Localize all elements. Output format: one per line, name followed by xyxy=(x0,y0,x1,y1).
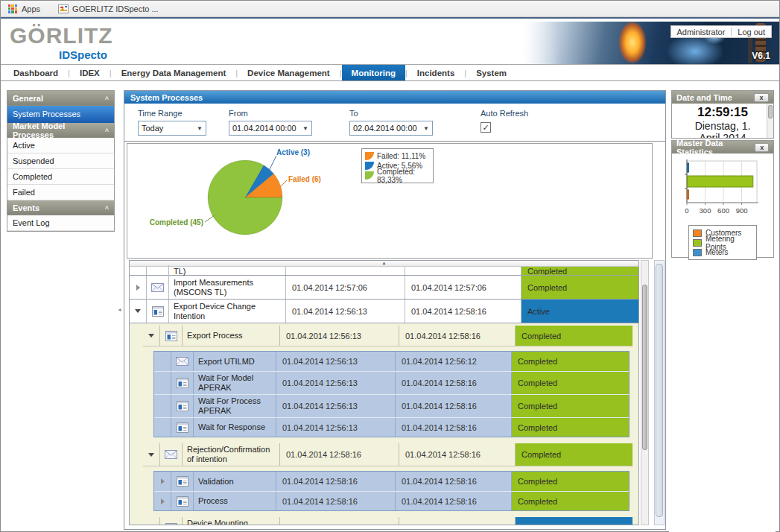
end-time: 01.04.2014 12:56:12 xyxy=(395,352,511,371)
bookmark-label: GOERLITZ IDSpecto ... xyxy=(72,4,159,13)
process-form-icon xyxy=(177,422,188,433)
row-type-icon-cell xyxy=(146,276,168,299)
process-row[interactable]: Process01.04.2014 12:58:1601.04.2014 12:… xyxy=(154,491,629,510)
from-datetime-select[interactable]: 01.04.2014 00:00 ▼ xyxy=(229,121,312,136)
sidebar-group-label: Events xyxy=(13,203,39,212)
legend-swatch-icon xyxy=(365,171,374,180)
tab-device-management[interactable]: Device Management xyxy=(238,65,340,80)
process-row[interactable]: Validation01.04.2014 12:58:1601.04.2014 … xyxy=(154,472,629,491)
sidebar-item-failed[interactable]: Failed xyxy=(7,185,114,200)
sidebar-item-event-log[interactable]: Event Log xyxy=(7,215,114,231)
process-row[interactable]: Wait For Process APERAK01.04.2014 12:56:… xyxy=(154,394,629,417)
logout-link[interactable]: Log out xyxy=(738,28,765,37)
bar-chart: 0300600900 xyxy=(673,156,773,224)
process-name: Rejection/Confirmation of intention xyxy=(182,443,279,466)
process-row[interactable]: Rejection/Confirmation of intention01.04… xyxy=(143,443,632,466)
version-label: V6.1 xyxy=(752,51,770,61)
sidebar-group-market-model-processes[interactable]: Market Model Processes˄ xyxy=(7,123,114,138)
sidebar-item-completed[interactable]: Completed xyxy=(7,169,114,185)
chevron-up-icon: ˄ xyxy=(105,127,109,134)
collapse-row-icon[interactable] xyxy=(135,309,141,313)
widget-scrollbar-thumb[interactable] xyxy=(768,105,773,118)
process-row[interactable]: Wait for Response01.04.2014 12:56:1301.0… xyxy=(154,417,629,437)
idspecto-logo: IDSpecto xyxy=(59,48,107,61)
table-scrollbar[interactable] xyxy=(641,260,649,525)
process-name: Validation xyxy=(193,472,276,491)
sidebar-group-general[interactable]: General˄ xyxy=(7,91,114,106)
sidebar-group-events[interactable]: Events˄ xyxy=(7,200,114,215)
process-form-icon xyxy=(165,331,177,341)
bookmark-goerlitz[interactable]: GOERLITZ IDSpecto ... xyxy=(58,4,159,13)
row-type-icon-cell xyxy=(146,267,168,275)
expand-row-icon[interactable] xyxy=(136,285,140,291)
clock-date-line1: Dienstag, 1. xyxy=(672,120,773,132)
process-form-icon xyxy=(177,476,188,487)
apps-label[interactable]: Apps xyxy=(22,4,40,13)
current-user-label[interactable]: Administrator xyxy=(677,28,726,37)
table-scrollbar-thumb[interactable] xyxy=(642,285,647,450)
close-icon[interactable]: x xyxy=(754,93,769,102)
close-icon[interactable]: x xyxy=(755,143,769,152)
substep-group: Export UTILMD01.04.2014 12:56:1301.04.20… xyxy=(153,351,630,437)
collapse-row-icon[interactable] xyxy=(148,453,154,457)
process-row[interactable]: TL)Completed xyxy=(130,267,638,276)
expand-row-icon[interactable] xyxy=(161,478,165,484)
start-time: 01.04.2014 12:56:13 xyxy=(276,395,395,417)
from-label: From xyxy=(229,109,248,118)
process-row[interactable]: Device Mounting Incident01.04.2014 12:58… xyxy=(143,517,632,525)
expander-cell xyxy=(130,267,146,275)
collapse-row-icon[interactable] xyxy=(148,334,154,338)
browser-bookmarks-bar: Apps GOERLITZ IDSpecto ... xyxy=(1,1,779,17)
tab-system[interactable]: System xyxy=(466,65,516,80)
status-badge: Completed xyxy=(511,372,629,394)
sidebar-item-active[interactable]: Active xyxy=(7,138,114,153)
auto-refresh-checkbox[interactable]: ✓ xyxy=(481,122,491,133)
process-name: Device Mounting Incident xyxy=(182,517,279,525)
process-row[interactable]: Import Measurements (MSCONS TL)01.04.201… xyxy=(130,276,638,300)
tab-dashboard[interactable]: Dashboard xyxy=(4,65,68,80)
sidebar-splitter-handle[interactable]: ◂ xyxy=(116,301,123,317)
browser-window: Apps GOERLITZ IDSpecto ... GÖRLITZ IDSpe… xyxy=(0,0,780,532)
start-time: 01.04.2014 12:56:13 xyxy=(276,372,395,394)
status-badge: Completed xyxy=(511,395,629,417)
start-time: 01.04.2014 12:58:16 xyxy=(279,517,399,525)
process-row[interactable]: Export Process01.04.2014 12:56:1301.04.2… xyxy=(143,326,632,346)
process-row[interactable]: Export UTILMD01.04.2014 12:56:1301.04.20… xyxy=(154,352,629,371)
legend-item-completed: Completed: 83,33% xyxy=(365,171,430,180)
substep-group: Validation01.04.2014 12:58:1601.04.2014 … xyxy=(153,471,630,511)
to-label: To xyxy=(349,109,358,118)
filter-bar: Time Range Today ▼ From 01.04.2014 00:00… xyxy=(124,104,665,142)
time-range-label: Time Range xyxy=(138,109,183,118)
process-row[interactable]: Export Device Change Intention01.04.2014… xyxy=(130,300,638,323)
end-time: 01.04.2014 12:58:16 xyxy=(399,443,515,466)
sidebar-item-suspended[interactable]: Suspended xyxy=(7,153,114,169)
tab-energy-data-management[interactable]: Energy Data Management xyxy=(112,65,236,80)
site-header: GÖRLITZ IDSpecto Administrator Log out V… xyxy=(1,19,779,64)
tab-monitoring[interactable]: Monitoring xyxy=(342,65,405,80)
widget-scrollbar[interactable] xyxy=(767,104,773,138)
panel-scrollbar-thumb[interactable] xyxy=(656,264,663,517)
apps-grid-icon[interactable] xyxy=(8,4,17,13)
status-badge: Completed xyxy=(511,418,629,437)
row-type-icon-cell xyxy=(171,472,193,491)
process-row[interactable]: Wait For Model APERAK01.04.2014 12:56:13… xyxy=(154,371,629,394)
sidebar-group-label: General xyxy=(13,94,43,103)
scroll-up-arrow-icon: ▲ xyxy=(382,261,387,265)
time-range-select[interactable]: Today ▼ xyxy=(138,121,206,136)
panel-scrollbar[interactable] xyxy=(654,260,665,525)
start-time: 01.04.2014 12:56:13 xyxy=(285,300,405,323)
envelope-icon xyxy=(151,283,164,292)
expander-cell xyxy=(154,492,171,510)
row-type-icon-cell xyxy=(171,352,193,371)
clock-time: 12:59:15 xyxy=(672,105,773,120)
to-datetime-select[interactable]: 02.04.2014 00:00 ▼ xyxy=(349,121,433,136)
expander-cell xyxy=(143,326,159,346)
tab-incidents[interactable]: Incidents xyxy=(408,65,464,80)
date-time-content: 12:59:15 Dienstag, 1. April 2014 xyxy=(672,104,773,138)
row-type-icon-cell xyxy=(159,326,182,346)
expand-row-icon[interactable] xyxy=(161,498,165,504)
system-processes-panel: System Processes Time Range Today ▼ From… xyxy=(124,90,666,530)
pie-label-active: Active (3) xyxy=(276,148,310,156)
bar-meters xyxy=(688,163,689,172)
tab-idex[interactable]: IDEX xyxy=(70,65,110,80)
